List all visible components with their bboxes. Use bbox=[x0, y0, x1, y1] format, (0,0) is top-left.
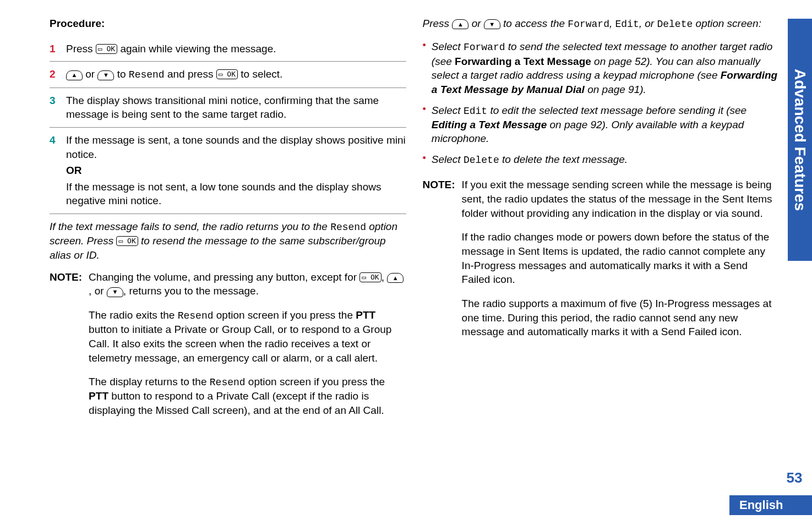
text: to bbox=[114, 68, 128, 80]
note-label: NOTE: bbox=[50, 270, 82, 418]
ok-button-icon: ▭ OK bbox=[359, 272, 381, 282]
page: Procedure: 1 Press ▭ OK again while view… bbox=[0, 0, 812, 525]
lcd-text: Resend bbox=[178, 310, 214, 321]
note-paragraph: If the radio changes mode or powers down… bbox=[462, 230, 779, 287]
ptt-label: PTT bbox=[89, 390, 108, 402]
note-body: If you exit the message sending screen w… bbox=[462, 178, 779, 338]
text: If the text message fails to send, the r… bbox=[50, 221, 330, 232]
ok-button-icon: ▭ OK bbox=[116, 236, 138, 246]
ok-button-icon: ▭ OK bbox=[96, 44, 117, 54]
right-column: Press or to access the Forward, Edit, or… bbox=[423, 17, 780, 418]
step-1: 1 Press ▭ OK again while viewing the mes… bbox=[50, 36, 406, 62]
lcd-text: Edit bbox=[464, 106, 487, 117]
step-body: If the message is sent, a tone sounds an… bbox=[66, 133, 406, 208]
lcd-text: Resend bbox=[330, 222, 366, 233]
step-number: 3 bbox=[50, 94, 58, 122]
text: Select bbox=[432, 41, 464, 52]
step-4: 4 If the message is sent, a tone sounds … bbox=[50, 127, 406, 214]
note-body: Changing the volume, and pressing any bu… bbox=[89, 270, 406, 418]
bullet-item: • Select Edit to edit the selected text … bbox=[423, 100, 780, 150]
step-number: 4 bbox=[50, 133, 58, 208]
lcd-text: Edit bbox=[615, 19, 639, 30]
page-number: 53 bbox=[782, 469, 806, 486]
text: and press bbox=[165, 68, 216, 80]
bullet-text: Select Edit to edit the selected text me… bbox=[432, 103, 779, 146]
up-button-icon bbox=[452, 19, 468, 29]
language-tab: English bbox=[729, 495, 812, 515]
text: on page 91). bbox=[585, 84, 646, 95]
text: , bbox=[382, 271, 388, 283]
or-label: OR bbox=[66, 163, 406, 178]
lcd-text: Forward bbox=[464, 42, 505, 53]
left-column: Procedure: 1 Press ▭ OK again while view… bbox=[50, 17, 406, 418]
lcd-text: Delete bbox=[657, 19, 693, 30]
note-label: NOTE: bbox=[423, 178, 455, 338]
text: , returns you to the message. bbox=[123, 285, 259, 297]
step-2: 2 or to Resend and press ▭ OK to select. bbox=[50, 61, 406, 87]
text: option screen if you press the bbox=[246, 376, 385, 387]
text: option screen if you press the bbox=[214, 309, 356, 321]
bullet-dot-icon: • bbox=[423, 40, 426, 96]
text: to edit the selected text message before… bbox=[487, 105, 746, 116]
note-paragraph: The radio exits the Resend option screen… bbox=[89, 308, 406, 365]
step-body: Press ▭ OK again while viewing the messa… bbox=[66, 42, 276, 56]
procedure-heading: Procedure: bbox=[50, 17, 406, 31]
lcd-text: Forward bbox=[568, 19, 609, 30]
text: If the message is not sent, a low tone s… bbox=[66, 180, 406, 208]
text: The radio exits the bbox=[89, 309, 178, 321]
bullet-dot-icon: • bbox=[423, 103, 426, 146]
text: button to initiate a Private or Group Ca… bbox=[89, 324, 391, 363]
text: or bbox=[468, 18, 483, 29]
text: to access the bbox=[500, 18, 568, 29]
ref-bold: Forwarding a Text Message bbox=[455, 56, 591, 67]
ok-button-icon: ▭ OK bbox=[216, 69, 238, 79]
text: button to respond to a Private Call (exc… bbox=[89, 390, 384, 416]
side-tab-label: Advanced Features bbox=[791, 69, 809, 211]
down-button-icon bbox=[107, 287, 123, 297]
side-tab: Advanced Features bbox=[788, 19, 812, 261]
text: , or bbox=[639, 18, 657, 29]
bullet-text: Select Forward to send the selected text… bbox=[432, 40, 779, 96]
two-column-layout: Procedure: 1 Press ▭ OK again while view… bbox=[0, 17, 812, 418]
left-note: NOTE: Changing the volume, and pressing … bbox=[50, 270, 406, 418]
step-number: 2 bbox=[50, 67, 58, 81]
ref-bold-italic: Editing a Text Message bbox=[432, 119, 547, 130]
down-button-icon bbox=[97, 70, 114, 80]
up-button-icon bbox=[387, 273, 404, 283]
bullet-dot-icon: • bbox=[423, 152, 426, 167]
after-steps-paragraph: If the text message fails to send, the r… bbox=[50, 220, 406, 262]
bullet-item: • Select Delete to delete the text messa… bbox=[423, 149, 780, 170]
bullet-item: • Select Forward to send the selected te… bbox=[423, 36, 780, 100]
note-paragraph: The display returns to the Resend option… bbox=[89, 375, 406, 418]
text: If the message is sent, a tone sounds an… bbox=[66, 133, 406, 161]
lcd-text: Delete bbox=[464, 155, 499, 166]
text: Press bbox=[423, 18, 453, 29]
text: to select. bbox=[238, 68, 282, 80]
text: or bbox=[83, 68, 97, 80]
lcd-text: Resend bbox=[129, 69, 165, 80]
bullet-text: Select Delete to delete the text message… bbox=[432, 152, 628, 167]
down-button-icon bbox=[484, 19, 500, 29]
language-label: English bbox=[739, 498, 783, 512]
right-intro: Press or to access the Forward, Edit, or… bbox=[423, 17, 780, 31]
step-body: The display shows transitional mini noti… bbox=[66, 94, 406, 122]
text: option screen: bbox=[693, 18, 761, 29]
text: Select bbox=[432, 105, 464, 116]
procedure-steps: 1 Press ▭ OK again while viewing the mes… bbox=[50, 36, 406, 214]
up-button-icon bbox=[66, 70, 83, 80]
step-number: 1 bbox=[50, 42, 58, 56]
note-paragraph: Changing the volume, and pressing any bu… bbox=[89, 270, 406, 298]
note-paragraph: If you exit the message sending screen w… bbox=[462, 178, 779, 220]
step-body: or to Resend and press ▭ OK to select. bbox=[66, 67, 282, 81]
lcd-text: Resend bbox=[210, 377, 246, 388]
text: Press bbox=[66, 43, 96, 54]
text: , or bbox=[89, 285, 107, 297]
bullet-list: • Select Forward to send the selected te… bbox=[423, 36, 780, 170]
right-note: NOTE: If you exit the message sending sc… bbox=[423, 178, 780, 338]
text: to delete the text message. bbox=[499, 154, 628, 165]
text: , bbox=[609, 18, 615, 29]
ptt-label: PTT bbox=[356, 309, 375, 321]
text: Changing the volume, and pressing any bu… bbox=[89, 271, 359, 283]
text: Select bbox=[432, 154, 464, 165]
text: again while viewing the message. bbox=[117, 43, 276, 54]
